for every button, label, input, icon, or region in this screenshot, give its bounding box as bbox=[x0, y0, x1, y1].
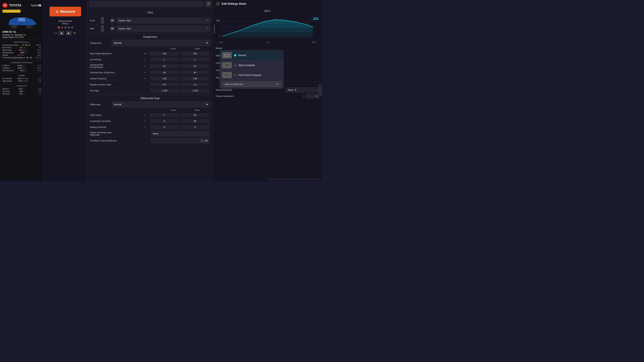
balance-compare: 55 : 45 bbox=[34, 57, 41, 59]
torque-vec-label: Torque-Vectoring CenterDifferential bbox=[90, 131, 145, 136]
chart-max-label: 231 bbox=[313, 17, 319, 21]
balance-label: Front-Rear Weight Balance bbox=[2, 57, 25, 59]
nat-freq-label: Natural Frequency bbox=[90, 77, 143, 80]
torque-vec-value[interactable]: None bbox=[151, 131, 210, 136]
damping-exp-unit: % bbox=[144, 71, 149, 73]
torque-value: 184.4 ft·lb bbox=[19, 49, 27, 51]
car-drivetrain: Drivetrain FR / Aspiration NA bbox=[2, 34, 41, 36]
anti-roll-unit: Lv. bbox=[144, 59, 149, 60]
measurement-history-label: Measurement History bbox=[59, 20, 72, 25]
nav-next-button[interactable]: ▶ bbox=[66, 31, 72, 35]
rot-60-compare: 1.05 bbox=[34, 88, 41, 90]
right-panel: ••• Edit Settings Sheet ECU 231 184 Down… bbox=[213, 0, 322, 181]
body-height-row: Body Height Adjustment mm 130 130 bbox=[90, 51, 210, 56]
output-adj-value[interactable]: 0 bbox=[306, 94, 319, 98]
manual-adj-dots: ••• bbox=[276, 83, 278, 85]
toyota-name-label: TOYOTA bbox=[9, 4, 21, 7]
top-bar-dash[interactable]: -- bbox=[89, 1, 204, 6]
svg-point-36 bbox=[226, 75, 228, 76]
nitrous-label: Nitrous/Overtake bbox=[216, 89, 286, 91]
power-value: 231 HP bbox=[20, 46, 26, 49]
low-speed-compare: -0.24 bbox=[34, 78, 41, 79]
chart-container: 231 184 Downforce 0 1000 rp bbox=[213, 14, 322, 44]
front-tire-row: Front SH Sports: Hard ▼ bbox=[90, 17, 210, 24]
manual-adj-button[interactable]: Manual Adjustment ••• bbox=[222, 81, 281, 87]
braking-sens-front[interactable]: 0 bbox=[150, 125, 179, 129]
damping-exp-rear[interactable]: 30 bbox=[180, 70, 210, 74]
damping-exp-front[interactable]: 35 bbox=[150, 70, 179, 74]
pp-value: PP 489.49 bbox=[22, 44, 30, 46]
differential-dropdown[interactable]: Normal ▼ bbox=[112, 102, 210, 107]
damping-comp-rear[interactable]: 25 bbox=[180, 64, 210, 68]
initial-torque-front[interactable]: 0 bbox=[150, 113, 179, 117]
front-sh-badge: SH bbox=[110, 18, 115, 23]
100-150-value: 6.15 sec. bbox=[20, 69, 27, 71]
suspension-dropdown-arrow: ▼ bbox=[206, 41, 208, 44]
nitrous-select[interactable]: None ▼ bbox=[286, 87, 319, 92]
rp-header-dots-icon: ••• bbox=[216, 2, 220, 6]
ecu-option-normal[interactable]: Normal bbox=[220, 50, 283, 60]
flag-icon: 🇯🇵 bbox=[38, 4, 41, 7]
aspiration-value: NA bbox=[23, 34, 26, 36]
body-height-rear[interactable]: 130 bbox=[180, 52, 210, 55]
front-rear-dist-value[interactable]: 0 : 100 bbox=[151, 138, 210, 143]
copyright-text: © 2024 Sony Interactive Entertainment In… bbox=[267, 178, 320, 180]
front-tire-select[interactable]: Sports: Hard ▼ bbox=[116, 18, 210, 23]
suspension-dropdown[interactable]: Normal ▼ bbox=[112, 40, 210, 46]
stat-pp: Performance Points PP 489.49 489.49 bbox=[2, 44, 41, 46]
damping-comp-front[interactable]: 25 bbox=[150, 64, 179, 68]
nat-freq-front[interactable]: 1.50 bbox=[150, 77, 179, 80]
svg-rect-18 bbox=[225, 54, 229, 56]
nat-freq-unit: Hz bbox=[144, 78, 149, 79]
svg-point-35 bbox=[225, 75, 226, 76]
top-bar: -- ≡ bbox=[87, 0, 213, 7]
rot-240-value: 1.12 G bbox=[19, 93, 25, 95]
ecu-option-sport[interactable]: Sport Computer bbox=[220, 60, 283, 70]
suspension-label: Suspension bbox=[90, 42, 110, 44]
nav-prev-button[interactable]: ◀ bbox=[58, 31, 64, 35]
neg-camber-rear[interactable]: 1.5 bbox=[180, 83, 210, 86]
accel-sens-row: Acceleration Sensitivity Lv. 0 80 bbox=[90, 118, 210, 124]
body-height-label: Body Height Adjustment bbox=[90, 52, 143, 55]
toe-front[interactable]: ↕ 0.00 bbox=[150, 89, 179, 92]
100-150-label: 100-150 km/h bbox=[2, 69, 14, 71]
accel-sens-front[interactable]: 0 bbox=[150, 119, 179, 123]
menu-button[interactable]: ≡ bbox=[206, 1, 211, 6]
output-adj-unit: % bbox=[303, 95, 304, 97]
anti-roll-label: Anti-Roll Bar bbox=[90, 58, 143, 61]
measure-button[interactable]: ⚠ Measure bbox=[50, 7, 81, 16]
pp-compare: 489.49 bbox=[34, 44, 41, 46]
body-height-front[interactable]: 130 bbox=[150, 52, 179, 55]
rear-tire-select[interactable]: Sports: Hard ▼ bbox=[116, 26, 210, 31]
anti-roll-row: Anti-Roll Bar Lv. 1 1 bbox=[90, 57, 210, 62]
anti-roll-front[interactable]: 1 bbox=[150, 58, 179, 61]
manual-adj-row: Manual Adjustment ••• bbox=[220, 80, 283, 88]
tires-section-header: Tires bbox=[90, 10, 210, 15]
rot-60-value: 1.05 G bbox=[18, 88, 24, 90]
drivetrain-label: Drivetrain bbox=[2, 34, 11, 36]
base-perf-title: Base Performance bbox=[2, 41, 41, 43]
anti-roll-rear[interactable]: 1 bbox=[180, 58, 210, 61]
ecu-option-full[interactable]: Full Control Computer bbox=[220, 70, 283, 80]
braking-sens-rear[interactable]: 0 bbox=[180, 125, 210, 129]
ecu-dropdown-popup: Normal Sport Computer bbox=[220, 50, 284, 88]
stat-100-150: 100-150 km/h 6.15 sec. 6.15 bbox=[2, 69, 41, 71]
ecu-full-label: Full Control Computer bbox=[238, 74, 261, 76]
1000m-compare: 25.97 bbox=[34, 67, 41, 69]
initial-torque-rear[interactable]: 50 bbox=[180, 113, 210, 117]
stat-rot-60: 60 km/h 1.05 G 1.05 bbox=[2, 88, 41, 90]
chevron-right-button[interactable]: › bbox=[318, 85, 322, 96]
neg-camber-front[interactable]: 0.5 bbox=[150, 83, 179, 86]
diff-rear-header: Rear bbox=[185, 109, 210, 111]
nat-freq-row: Natural Frequency Hz 1.50 1.80 bbox=[90, 76, 210, 81]
nat-freq-rear[interactable]: 1.80 bbox=[180, 77, 210, 80]
stat-high-speed: High Speed -1.00 (Under) -1.00 bbox=[2, 80, 41, 82]
rp-header-title: Edit Settings Sheet bbox=[222, 2, 246, 5]
400m-compare: 14.48 bbox=[34, 65, 41, 66]
body-height-unit: mm bbox=[144, 53, 149, 54]
neg-camber-row: Negative Camber Angle ° 0.5 1.5 bbox=[90, 82, 210, 87]
torque-vec-row: Torque-Vectoring CenterDifferential None bbox=[90, 131, 210, 137]
weight-value: 2800 lbs. bbox=[17, 54, 24, 56]
toe-rear[interactable]: ↕ 0.20 bbox=[180, 89, 210, 92]
accel-sens-rear[interactable]: 80 bbox=[180, 119, 210, 123]
